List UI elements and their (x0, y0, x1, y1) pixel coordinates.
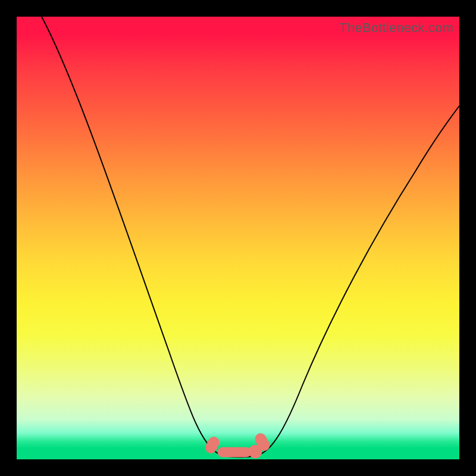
optimal-markers (203, 432, 271, 458)
bottleneck-curve (42, 17, 459, 457)
plot-area: TheBottleneck.com (17, 17, 459, 459)
chart-frame: TheBottleneck.com (0, 0, 476, 476)
marker-dot (218, 447, 251, 457)
chart-overlay (17, 17, 459, 459)
